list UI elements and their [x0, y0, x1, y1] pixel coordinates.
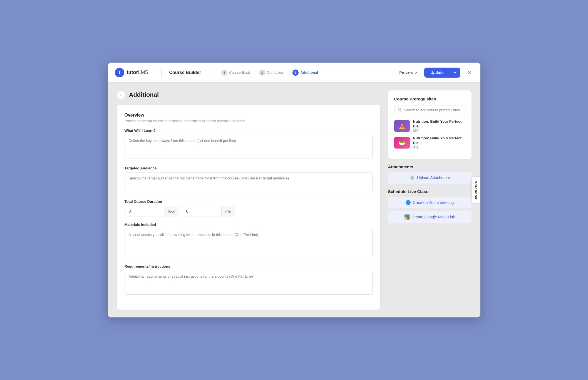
- app-window: t tutorLMS Course Builder 1 Course Basic…: [108, 63, 480, 317]
- audience-field-group: Targeted Audience: [125, 166, 373, 193]
- requirements-label: Requirements/Instructions: [125, 264, 373, 268]
- audience-label: Targeted Audience: [125, 166, 373, 170]
- right-panel: Course Prerequisites 🧘: [388, 90, 472, 310]
- prereq-thumb-2: 🥗: [394, 137, 410, 149]
- back-button[interactable]: ←: [117, 90, 126, 99]
- svg-rect-4: [405, 214, 407, 217]
- step-circle-2: 2: [259, 70, 265, 76]
- step-circle-3: 3: [292, 70, 299, 76]
- prereq-thumb-icon-2: 🥗: [398, 139, 406, 146]
- svg-rect-7: [407, 217, 410, 219]
- breadcrumb-label-2: Curriculum: [267, 70, 284, 75]
- schedule-title: Schedule Live Class: [388, 189, 472, 194]
- prereq-id-1: 362: [413, 129, 465, 133]
- logo-text: tutorLMS: [127, 70, 148, 75]
- overview-section: Overview Provide essential course inform…: [125, 113, 373, 123]
- breadcrumb-arrow-1: —: [253, 70, 257, 75]
- prerequisites-search-input[interactable]: [404, 108, 462, 112]
- min-unit: min: [221, 206, 235, 216]
- app-header: t tutorLMS Course Builder 1 Course Basic…: [108, 63, 480, 83]
- update-btn-group: Update ▼: [424, 68, 460, 78]
- upload-attachment-label: Upload Attachment: [417, 176, 450, 180]
- learn-field-group: What Will I Learn?: [125, 129, 373, 160]
- chevron-down-icon: ▼: [453, 71, 457, 75]
- prerequisites-card: Course Prerequisites 🧘: [388, 90, 472, 159]
- min-input-group: min: [182, 206, 235, 216]
- audience-textarea[interactable]: [125, 172, 373, 192]
- attachments-title: Attachments: [388, 164, 472, 169]
- prereq-info-2: Nutrition: Build Your Perfect Die... 341: [413, 136, 465, 149]
- form-card: Overview Provide essential course inform…: [117, 105, 380, 310]
- search-icon: [398, 108, 402, 112]
- prereq-name-1: Nutrition: Build Your Perfect Die...: [413, 119, 465, 129]
- hour-input[interactable]: [125, 206, 164, 216]
- paperclip-icon: 📎: [410, 175, 415, 180]
- breadcrumb-step-1[interactable]: 1 Course Basic: [221, 70, 250, 76]
- breadcrumb-step-2[interactable]: 2 Curriculum: [259, 70, 284, 76]
- attachments-section: Attachments 📎 Upload Attachment: [388, 164, 472, 184]
- svg-rect-5: [407, 214, 410, 217]
- notebook-label: Notebook: [474, 181, 478, 199]
- hour-input-group: hour: [125, 206, 179, 216]
- preview-label: Preview: [399, 70, 413, 75]
- create-google-meet-button[interactable]: Create Google Meet Link: [388, 211, 472, 223]
- header-actions: Preview ↗ Update ▼ ✕: [396, 68, 473, 78]
- breadcrumb-arrow-2: —: [286, 70, 290, 75]
- external-link-icon: ↗: [415, 71, 418, 75]
- upload-attachment-button[interactable]: 📎 Upload Attachment: [388, 172, 472, 184]
- left-panel: ← Additional Overview Provide essential …: [117, 90, 380, 310]
- google-meet-icon: [405, 214, 410, 219]
- zoom-label: Create a Zoom meeting: [413, 200, 454, 205]
- requirements-field-group: Requirements/Instructions: [125, 264, 373, 296]
- notebook-tab[interactable]: Notebook: [472, 177, 480, 203]
- svg-line-3: [400, 110, 401, 112]
- svg-rect-6: [405, 217, 407, 219]
- breadcrumb-step-3[interactable]: 3 Additional: [292, 70, 318, 76]
- min-input[interactable]: [182, 206, 221, 216]
- prereq-item-2: 🥗 Nutrition: Build Your Perfect Die... 3…: [394, 136, 465, 149]
- prerequisites-title: Course Prerequisites: [394, 97, 465, 101]
- duration-label: Total Course Duration: [125, 199, 373, 204]
- page-title-row: ← Additional: [117, 90, 380, 99]
- overview-title: Overview: [125, 113, 373, 118]
- logo-icon: t: [115, 68, 125, 78]
- hour-unit: hour: [164, 206, 179, 216]
- search-box: [394, 105, 465, 115]
- materials-field-group: Materials Included: [125, 223, 373, 258]
- prereq-thumb-1: 🧘: [394, 120, 410, 132]
- overview-subtitle: Provide essential course information to …: [125, 119, 373, 123]
- materials-label: Materials Included: [125, 223, 373, 227]
- materials-textarea[interactable]: [125, 229, 373, 257]
- step-circle-1: 1: [221, 70, 227, 76]
- google-meet-label: Create Google Meet Link: [412, 215, 455, 219]
- header-divider2: [209, 68, 209, 78]
- prereq-id-2: 341: [413, 145, 465, 149]
- back-arrow-icon: ←: [119, 93, 123, 97]
- page-title: Additional: [129, 91, 159, 98]
- breadcrumb: 1 Course Basic — 2 Curriculum — 3 Additi…: [221, 70, 390, 76]
- prereq-thumb-icon-1: 🧘: [398, 122, 406, 130]
- logo-area: t tutorLMS: [115, 68, 153, 78]
- svg-text:t: t: [119, 70, 120, 75]
- breadcrumb-label-1: Course Basic: [229, 70, 250, 75]
- close-button[interactable]: ✕: [466, 68, 474, 78]
- preview-button[interactable]: Preview ↗: [396, 68, 421, 77]
- course-builder-label: Course Builder: [169, 70, 201, 75]
- update-button[interactable]: Update: [424, 68, 450, 78]
- schedule-section: Schedule Live Class Z Create a Zoom meet…: [388, 189, 472, 223]
- breadcrumb-label-3: Additional: [300, 70, 318, 75]
- zoom-icon: Z: [406, 200, 411, 205]
- update-dropdown-button[interactable]: ▼: [450, 68, 460, 78]
- requirements-textarea[interactable]: [125, 271, 373, 295]
- prereq-item-1: 🧘 Nutrition: Build Your Perfect Die... 3…: [394, 119, 465, 133]
- duration-row: hour min: [125, 206, 373, 216]
- learn-label: What Will I Learn?: [125, 129, 373, 133]
- prereq-name-2: Nutrition: Build Your Perfect Die...: [413, 136, 465, 145]
- header-divider: [161, 68, 162, 78]
- prereq-info-1: Nutrition: Build Your Perfect Die... 362: [413, 119, 465, 133]
- duration-field-group: Total Course Duration hour min: [125, 199, 373, 216]
- create-zoom-button[interactable]: Z Create a Zoom meeting: [388, 197, 472, 208]
- learn-textarea[interactable]: [125, 135, 373, 159]
- main-content: ← Additional Overview Provide essential …: [108, 83, 480, 317]
